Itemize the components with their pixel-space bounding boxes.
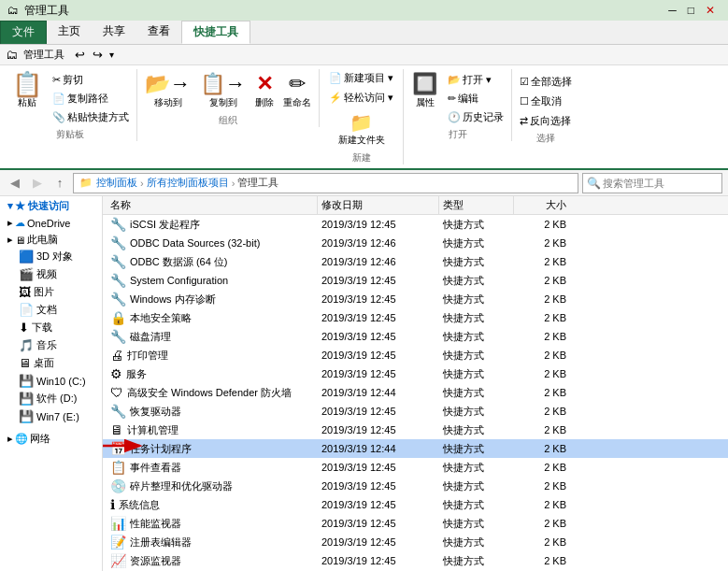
redo-icon[interactable]: ↪ [90,46,106,64]
sidebar-downloads[interactable]: ⬇ 下载 [0,319,102,336]
maximize-btn[interactable]: □ [682,4,700,17]
sidebar-drive-c[interactable]: 💾 Win10 (C:) [0,372,102,390]
table-row[interactable]: 🔧System Configuration 2019/3/19 12:45 快捷… [103,271,728,290]
deselect-all-button[interactable]: ☐ 全取消 [516,93,576,110]
edit-icon: ✏ [448,93,456,105]
sidebar-pictures[interactable]: 🖼 图片 [0,283,102,301]
tab-tools[interactable]: 快捷工具 [181,21,250,44]
documents-label: 文档 [36,303,57,317]
tab-file[interactable]: 文件 [0,21,47,44]
path-part-2[interactable]: 所有控制面板项目 [147,176,229,190]
sidebar-3d-objects[interactable]: 🟦 3D 对象 [0,248,102,265]
sidebar-drive-d[interactable]: 💾 软件 (D:) [0,390,102,407]
main-content: ▾ ★ 快速访问 ▸ ☁ OneDrive ▸ 🖥 此电脑 🟦 3D 对象 🎬 … [0,196,728,571]
invert-select-button[interactable]: ⇄ 反向选择 [516,112,576,130]
easy-access-button[interactable]: ⚡ 轻松访问 ▾ [325,89,397,107]
tab-view[interactable]: 查看 [136,21,181,44]
select-all-icon: ☑ [520,76,529,88]
table-row[interactable]: 💿碎片整理和优化驱动器 2019/3/19 12:45 快捷方式 2 KB [103,477,728,495]
table-row[interactable]: 🔧磁盘清理 2019/3/19 12:45 快捷方式 2 KB [103,327,728,346]
edit-button[interactable]: ✏ 编辑 [444,90,507,107]
sidebar-desktop[interactable]: 🖥 桌面 [0,354,102,372]
path-sep-1: › [140,178,144,189]
table-row[interactable]: ⚙服务 2019/3/19 12:45 快捷方式 2 KB [103,364,728,383]
new-item-button[interactable]: 📄 新建项目 ▾ [325,69,397,87]
quick-access-arrow: ▾ [7,200,13,212]
sidebar-quick-access[interactable]: ▾ ★ 快速访问 [0,196,102,214]
dropdown-arrow-icon[interactable]: ▾ [107,49,116,61]
downloads-label: 下载 [32,321,52,335]
sidebar-network[interactable]: ▸ 🌐 网络 [0,429,102,447]
minimize-btn[interactable]: ─ [663,4,682,17]
search-box[interactable]: 🔍 [582,173,722,193]
ribbon-tabs: 文件 主页 共享 查看 快捷工具 [0,21,728,45]
select-all-button[interactable]: ☑ 全部选择 [516,73,576,91]
invert-icon: ⇄ [520,115,528,127]
table-row[interactable]: 🔧恢复驱动器 2019/3/19 12:45 快捷方式 2 KB [103,402,728,421]
delete-button[interactable]: ✕ 删除 [251,69,278,112]
paste-shortcut-button[interactable]: 📎 粘贴快捷方式 [49,108,133,126]
history-button[interactable]: 🕐 历史记录 [444,108,507,126]
toolbar-icon: 🗂 [6,48,18,62]
table-row[interactable]: 🔧Windows 内存诊断 2019/3/19 12:45 快捷方式 2 KB [103,290,728,308]
table-row[interactable]: 📈资源监视器 2019/3/19 12:45 快捷方式 2 KB [103,551,728,570]
table-row[interactable]: 🔧ODBC 数据源 (64 位) 2019/3/19 12:46 快捷方式 2 … [103,252,728,271]
sidebar-video[interactable]: 🎬 视频 [0,265,102,283]
col-size-header[interactable]: 大小 [514,196,570,214]
select-group: ☑ 全部选择 ☐ 全取消 ⇄ 反向选择 选择 [512,69,579,145]
cut-button[interactable]: ✂ 剪切 [49,71,133,89]
rename-button[interactable]: ✏ 重命名 [279,69,315,112]
table-row[interactable]: ℹ系统信息 2019/3/19 12:45 快捷方式 2 KB [103,495,728,514]
onedrive-arrow: ▸ [7,217,13,229]
table-row-highlighted[interactable]: 📅任务计划程序 2019/3/19 12:44 快捷方式 2 KB [103,439,728,458]
3d-objects-label: 3D 对象 [36,250,73,264]
new-item-icon: 📄 [329,72,342,84]
table-row[interactable]: 🔧iSCSI 发起程序 2019/3/19 12:45 快捷方式 2 KB [103,215,728,234]
properties-button[interactable]: 🔲 属性 [407,69,442,126]
col-date-header[interactable]: 修改日期 [318,196,439,214]
ribbon-content: 📋 粘贴 ✂ 剪切 📄 复制路径 📎 粘贴快捷方式 [0,65,728,170]
music-label: 音乐 [36,338,57,352]
new-folder-button[interactable]: 📁 新建文件夹 [325,108,397,150]
forward-btn[interactable]: ▶ [28,174,47,193]
table-row[interactable]: 📝注册表编辑器 2019/3/19 12:45 快捷方式 2 KB [103,533,728,551]
up-btn[interactable]: ↑ [50,174,69,193]
paste-icon: 📋 [12,72,42,96]
col-name-header[interactable]: 名称 [103,196,318,214]
undo-icon[interactable]: ↩ [72,46,88,64]
table-row[interactable]: 🛡高级安全 Windows Defender 防火墙 2019/3/19 12:… [103,383,728,402]
sidebar-this-pc[interactable]: ▸ 🖥 此电脑 [0,230,102,248]
paste-shortcut-icon: 📎 [52,111,65,123]
move-to-button[interactable]: 📂→ 移动到 [141,69,194,112]
tab-home[interactable]: 主页 [47,21,92,44]
sidebar-music[interactable]: 🎵 音乐 [0,336,102,354]
col-type-header[interactable]: 类型 [439,196,514,214]
open-button[interactable]: 📂 打开 ▾ [444,71,507,89]
sidebar-drive-e[interactable]: 💾 Win7 (E:) [0,407,102,425]
search-input[interactable] [603,178,728,189]
close-btn[interactable]: ✕ [700,4,721,17]
open-icon: 📂 [448,74,461,86]
copy-to-button[interactable]: 📋→ 复制到 [196,69,250,112]
table-row[interactable]: 📊性能监视器 2019/3/19 12:45 快捷方式 2 KB [103,514,728,533]
drive-c-icon: 💾 [19,374,34,388]
back-btn[interactable]: ◀ [6,174,24,193]
table-row[interactable]: 📋事件查看器 2019/3/19 12:45 快捷方式 2 KB [103,458,728,477]
copy-path-button[interactable]: 📄 复制路径 [49,90,133,107]
table-row[interactable]: 🖥计算机管理 2019/3/19 12:45 快捷方式 2 KB [103,421,728,439]
path-sep-2: › [232,178,236,189]
paste-button[interactable]: 📋 粘贴 [7,69,47,112]
path-part-1[interactable]: 控制面板 [96,176,137,190]
sidebar-onedrive[interactable]: ▸ ☁ OneDrive [0,214,102,230]
tab-share[interactable]: 共享 [92,21,136,44]
red-arrow [103,436,150,461]
table-row[interactable]: 🔒本地安全策略 2019/3/19 12:45 快捷方式 2 KB [103,308,728,327]
address-path[interactable]: 📁 控制面板 › 所有控制面板项目 › 管理工具 [73,173,578,193]
music-icon: 🎵 [19,338,34,352]
drive-e-icon: 💾 [19,409,34,423]
table-row[interactable]: 🔧ODBC Data Sources (32-bit) 2019/3/19 12… [103,234,728,252]
sidebar-documents[interactable]: 📄 文档 [0,301,102,319]
toolbar-title: 管理工具 [23,48,64,62]
clipboard-group: 📋 粘贴 ✂ 剪切 📄 复制路径 📎 粘贴快捷方式 [4,69,137,141]
table-row[interactable]: 🖨打印管理 2019/3/19 12:45 快捷方式 2 KB [103,346,728,364]
